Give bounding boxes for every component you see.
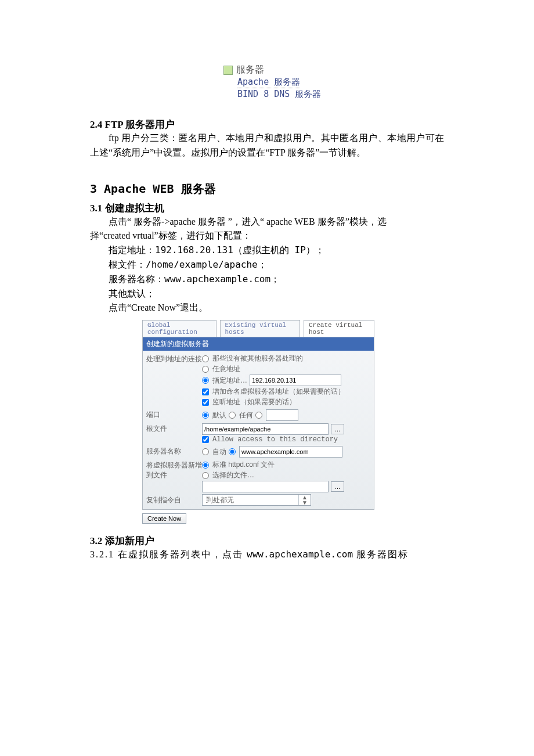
- browse-file-button[interactable]: ...: [331, 481, 344, 492]
- checkbox-listen-address[interactable]: [202, 399, 209, 406]
- create-vhost-form: Global configuration Existing virtual ho…: [142, 320, 374, 524]
- radio-port-any-label: 任何: [239, 411, 253, 420]
- radio-addr-any[interactable]: [202, 366, 209, 373]
- server-menu-title: 服务器: [236, 64, 264, 76]
- radio-servername-auto[interactable]: [202, 448, 209, 455]
- heading-3-1: 3.1 创建虚拟主机: [90, 201, 444, 215]
- label-add-to-file: 将虚拟服务器新增到文件: [146, 459, 202, 493]
- server-group-icon: [223, 66, 233, 75]
- label-port: 端口: [146, 409, 202, 422]
- radio-addr-any-label: 任意地址: [212, 364, 240, 374]
- radio-port-default-label: 默认: [212, 411, 226, 420]
- radio-port-any[interactable]: [229, 412, 236, 419]
- stepper-icon: ▲▼: [298, 495, 311, 505]
- radio-addr-unhandled-label: 那些没有被其他服务器处理的: [212, 354, 303, 363]
- label-docroot: 根文件: [146, 423, 202, 444]
- input-server-name[interactable]: [239, 446, 342, 458]
- text-3-2-1: 3.2.1 在虚拟服务器列表中，点击 www.apchexample.com 服…: [90, 548, 444, 562]
- panel-header: 创建新的虚拟服务器: [143, 337, 374, 351]
- tab-bar: Global configuration Existing virtual ho…: [142, 320, 374, 337]
- input-specific-address[interactable]: [250, 375, 341, 386]
- tab-create[interactable]: Create virtual host: [304, 320, 374, 337]
- input-port[interactable]: [266, 409, 298, 421]
- radio-addr-specific-label: 指定地址…: [212, 376, 247, 386]
- radio-port-default[interactable]: [202, 412, 209, 419]
- paragraph-2-4: ftp 用户分三类：匿名用户、本地用户和虚拟用户。其中匿名用户、本地用户可在上述…: [90, 131, 444, 160]
- tab-global[interactable]: Global configuration: [142, 320, 217, 337]
- server-menu-snippet: 服务器 Apache 服务器 BIND 8 DNS 服务器: [223, 64, 444, 100]
- radio-servername-auto-label: 自动: [212, 447, 226, 457]
- radio-servername-specific[interactable]: [229, 448, 236, 455]
- select-copy-from[interactable]: 到处都无 ▲▼: [202, 494, 311, 506]
- text-3-1-other: 其他默认；: [90, 287, 444, 301]
- menu-item-apache[interactable]: Apache 服务器: [237, 77, 300, 88]
- text-3-1-intro-l2: 择“created vrtual”标签，进行如下配置：: [90, 229, 444, 243]
- input-selected-file[interactable]: [202, 481, 329, 492]
- menu-item-bind[interactable]: BIND 8 DNS 服务器: [237, 89, 321, 99]
- checkbox-add-namevhost-label: 增加命名虚拟服务器地址（如果需要的话）: [212, 387, 345, 397]
- radio-port-specific[interactable]: [255, 412, 262, 419]
- browse-docroot-button[interactable]: ...: [331, 424, 344, 434]
- heading-3: 3 Apache WEB 服务器: [90, 181, 444, 197]
- create-now-button[interactable]: Create Now: [142, 513, 186, 524]
- radio-file-httpdconf-label: 标准 httpd.conf 文件: [212, 460, 275, 470]
- input-docroot[interactable]: [202, 423, 329, 435]
- heading-3-2: 3.2 添加新用户: [90, 534, 444, 548]
- tab-existing[interactable]: Existing virtual hosts: [220, 320, 300, 337]
- radio-file-httpdconf[interactable]: [202, 462, 209, 469]
- checkbox-listen-address-label: 监听地址（如果需要的话）: [212, 397, 296, 407]
- label-server-name: 服务器名称: [146, 445, 202, 458]
- radio-addr-specific[interactable]: [202, 377, 209, 384]
- text-3-1-intro-l1: 点击“ 服务器->apache 服务器 ”，进入“ apache WEB 服务器…: [90, 215, 444, 229]
- checkbox-allow-access[interactable]: [202, 436, 209, 443]
- radio-addr-unhandled[interactable]: [202, 355, 209, 362]
- heading-2-4: 2.4 FTP 服务器用户: [90, 118, 444, 131]
- label-handle-connection: 处理到地址的连接: [146, 353, 202, 408]
- checkbox-add-namevhost[interactable]: [202, 388, 209, 395]
- text-3-1-exit: 点击“Create Now”退出。: [90, 301, 444, 315]
- checkbox-allow-access-label: Allow access to this directory: [212, 435, 338, 444]
- radio-file-selected[interactable]: [202, 472, 209, 479]
- text-3-1-ip: 指定地址：192.168.20.131（虚拟主机的 IP）；: [90, 243, 444, 258]
- text-3-1-root: 根文件：/home/example/apache；: [90, 258, 444, 272]
- select-copy-from-value: 到处都无: [206, 495, 234, 505]
- radio-file-selected-label: 选择的文件…: [212, 470, 254, 480]
- text-3-1-name: 服务器名称：www.apchexample.com；: [90, 272, 444, 287]
- label-copy-from: 复制指令自: [146, 494, 202, 506]
